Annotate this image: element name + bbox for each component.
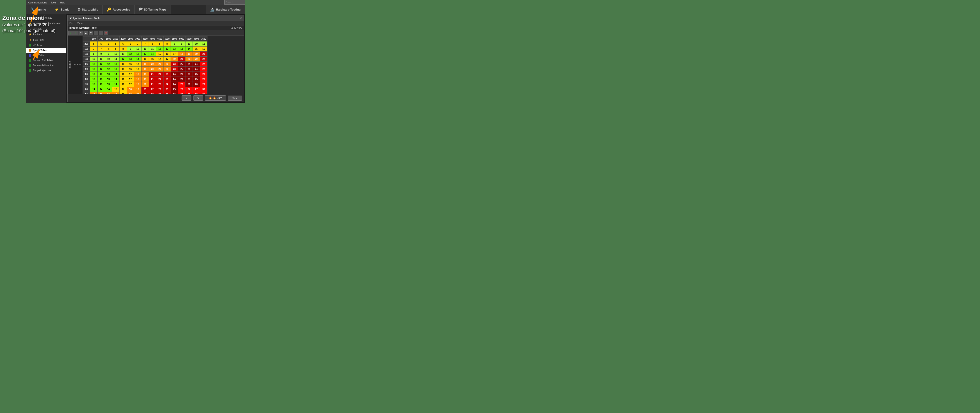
table-cell[interactable]: 13 xyxy=(105,77,112,82)
table-cell[interactable]: 28 xyxy=(200,72,207,77)
table-cell[interactable]: 8 xyxy=(164,41,171,46)
table-cell[interactable]: 15 xyxy=(119,67,127,72)
table-cell[interactable]: 16 xyxy=(127,62,134,67)
table-cell[interactable]: 26 xyxy=(171,92,178,94)
undo-button[interactable]: ↺ xyxy=(181,95,191,100)
table-cell[interactable]: 12 xyxy=(164,46,171,51)
toolbar-btn-5[interactable]: ▼ xyxy=(89,31,93,35)
table-cell[interactable]: 18 xyxy=(142,67,149,72)
table-cell[interactable]: 20 xyxy=(156,67,164,72)
table-scroll-area[interactable]: 500 700 1000 1500 2000 2500 3000 3500 40… xyxy=(82,36,244,94)
table-cell[interactable]: 19 xyxy=(171,57,178,62)
table-cell[interactable]: 13 xyxy=(112,62,119,67)
table-cell[interactable]: 8 xyxy=(156,41,164,46)
table-cell[interactable]: 17 xyxy=(171,51,178,57)
table-cell[interactable]: 18 xyxy=(90,92,97,94)
3d-view-checkbox[interactable]: ☐ xyxy=(231,27,233,29)
toolbar-btn-7[interactable]: + xyxy=(99,31,103,35)
table-cell[interactable]: 18 xyxy=(112,92,119,94)
table-cell[interactable]: 27 xyxy=(193,87,200,92)
menu-item-spark-table[interactable]: Spark Table xyxy=(26,48,66,53)
table-cell[interactable]: 16 xyxy=(200,46,207,51)
table-cell[interactable]: 11 xyxy=(200,41,207,46)
table-cell[interactable]: 10 xyxy=(112,51,119,57)
table-cell[interactable]: 20 xyxy=(149,67,156,72)
table-cell[interactable]: 24 xyxy=(193,62,200,67)
table-cell[interactable]: 8 xyxy=(112,46,119,51)
table-cell[interactable]: 21 xyxy=(149,82,156,87)
table-cell[interactable]: 13 xyxy=(97,77,105,82)
table-cell[interactable]: 9 xyxy=(127,46,134,51)
table-cell[interactable]: 13 xyxy=(90,77,97,82)
table-cell[interactable]: 15 xyxy=(156,51,164,57)
table-cell[interactable]: 13 xyxy=(112,67,119,72)
toolbar-btn-8[interactable]: ✕ xyxy=(104,31,108,35)
table-cell[interactable]: 25 xyxy=(193,72,200,77)
toolbar-btn-1[interactable]: ↓ xyxy=(68,31,73,35)
table-cell[interactable]: 28 xyxy=(178,92,186,94)
table-cell[interactable]: 25 xyxy=(186,72,193,77)
table-cell[interactable]: 15 xyxy=(112,87,119,92)
table-cell[interactable]: 17 xyxy=(127,82,134,87)
tab-hardware-testing[interactable]: 🔬 Hardware Testing xyxy=(206,5,245,14)
table-cell[interactable]: 20 xyxy=(156,62,164,67)
table-cell[interactable]: 13 xyxy=(90,82,97,87)
menu-communications[interactable]: Communications xyxy=(28,1,47,4)
table-cell[interactable]: 25 xyxy=(171,87,178,92)
table-cell[interactable]: 14 xyxy=(149,51,156,57)
table-cell[interactable]: 22 xyxy=(156,82,164,87)
table-cell[interactable]: 7 xyxy=(134,41,142,46)
table-cell[interactable]: 25 xyxy=(186,77,193,82)
table-cell[interactable]: 21 xyxy=(149,77,156,82)
table-cell[interactable]: 21 xyxy=(149,72,156,77)
table-cell[interactable]: 11 xyxy=(119,51,127,57)
table-cell[interactable]: 12 xyxy=(105,67,112,72)
table-cell[interactable]: 13 xyxy=(105,72,112,77)
table-cell[interactable]: 6 xyxy=(119,41,127,46)
table-cell[interactable]: 22 xyxy=(164,82,171,87)
table-cell[interactable]: 29 xyxy=(200,82,207,87)
table-cell[interactable]: 18 xyxy=(105,92,112,94)
iat-3d-view-toggle[interactable]: ☐ 3D View xyxy=(231,27,242,29)
table-cell[interactable]: 28 xyxy=(200,77,207,82)
table-cell[interactable]: 26 xyxy=(186,82,193,87)
table-cell[interactable]: 7 xyxy=(105,46,112,51)
table-cell[interactable]: 10 xyxy=(186,41,193,46)
table-cell[interactable]: 12 xyxy=(127,51,134,57)
table-cell[interactable]: 12 xyxy=(97,67,105,72)
table-cell[interactable]: 9 xyxy=(105,51,112,57)
table-cell[interactable]: 27 xyxy=(200,62,207,67)
table-cell[interactable]: 21 xyxy=(164,72,171,77)
table-cell[interactable]: 25 xyxy=(193,77,200,82)
table-cell[interactable]: 24 xyxy=(186,67,193,72)
menu-item-staged-injection[interactable]: Staged Injection xyxy=(26,68,66,73)
table-cell[interactable]: 23 xyxy=(156,92,164,94)
table-cell[interactable]: 9 xyxy=(97,51,105,57)
table-cell[interactable]: 17 xyxy=(127,72,134,77)
table-cell[interactable]: 12 xyxy=(90,67,97,72)
table-cell[interactable]: 13 xyxy=(105,82,112,87)
table-cell[interactable]: 16 xyxy=(119,82,127,87)
table-cell[interactable]: 24 xyxy=(186,62,193,67)
table-cell[interactable]: 17 xyxy=(119,87,127,92)
tab-accessories[interactable]: 🔑 Accessories xyxy=(103,5,135,14)
table-cell[interactable]: 15 xyxy=(142,57,149,62)
table-cell[interactable]: 12 xyxy=(119,57,127,62)
table-cell[interactable]: 18 xyxy=(178,51,186,57)
table-cell[interactable]: 10 xyxy=(134,46,142,51)
menu-item-ve-table[interactable]: VE Table xyxy=(26,43,66,48)
table-cell[interactable]: 7 xyxy=(142,41,149,46)
table-cell[interactable]: 10 xyxy=(142,46,149,51)
table-cell[interactable]: 16 xyxy=(149,57,156,62)
table-cell[interactable]: 13 xyxy=(97,72,105,77)
table-cell[interactable]: 19 xyxy=(134,87,142,92)
iat-close-button[interactable]: ✕ xyxy=(239,16,242,20)
table-cell[interactable]: 12 xyxy=(90,62,97,67)
table-cell[interactable]: 7 xyxy=(90,46,97,51)
table-cell[interactable]: 16 xyxy=(127,67,134,72)
table-cell[interactable]: 19 xyxy=(142,72,149,77)
table-cell[interactable]: 17 xyxy=(164,57,171,62)
table-cell[interactable]: 22 xyxy=(200,57,207,62)
table-cell[interactable]: 30 xyxy=(200,87,207,92)
table-cell[interactable]: 9 xyxy=(178,41,186,46)
